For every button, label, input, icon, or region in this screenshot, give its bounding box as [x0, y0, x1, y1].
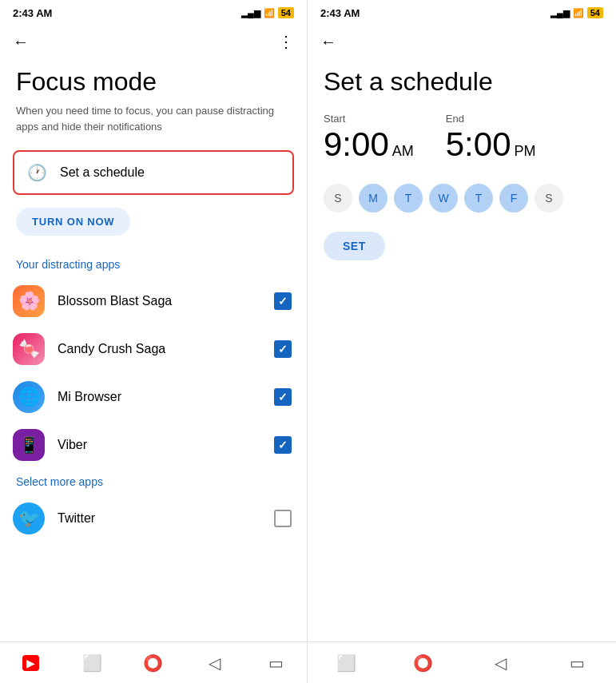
- day-thursday[interactable]: T: [464, 184, 493, 212]
- start-time-block[interactable]: Start 9:00 AM: [324, 113, 414, 161]
- rectangle-icon: ▭: [268, 653, 284, 673]
- day-tuesday[interactable]: T: [394, 184, 423, 212]
- right-status-bar: 2:43 AM ▂▄▆ 📶 54: [308, 0, 616, 22]
- left-top-nav: ← ⋮: [0, 22, 307, 61]
- youtube-icon: ▶: [22, 655, 39, 671]
- right-time: 2:43 AM: [320, 7, 360, 19]
- mi-browser-icon: 🌐: [13, 381, 45, 413]
- list-item: 🌸 Blossom Blast Saga: [0, 277, 307, 325]
- set-button[interactable]: SET: [324, 232, 385, 260]
- circle-icon: ⭕: [413, 653, 433, 673]
- list-item: 🌐 Mi Browser: [0, 373, 307, 421]
- battery-icon: 54: [587, 7, 603, 18]
- schedule-label: Set a schedule: [60, 165, 145, 180]
- candy-checkbox[interactable]: [272, 338, 294, 360]
- wifi-icon: 📶: [264, 8, 275, 18]
- distracting-apps-label: Your distracting apps: [0, 252, 307, 277]
- spacer: [308, 260, 616, 641]
- left-bottom-nav: ▶ ⬜ ⭕ ◁ ▭: [0, 641, 307, 683]
- blossom-checkbox[interactable]: [272, 290, 294, 312]
- app-name-twitter: Twitter: [58, 511, 272, 526]
- battery-icon: 54: [278, 7, 294, 18]
- right-panel: 2:43 AM ▂▄▆ 📶 54 ← Set a schedule Start …: [308, 0, 616, 683]
- set-schedule-row[interactable]: 🕐 Set a schedule: [13, 150, 294, 195]
- square-icon: ⬜: [82, 653, 102, 673]
- schedule-clock-icon: 🕐: [27, 163, 47, 182]
- recents-nav-item[interactable]: ▭: [260, 647, 292, 679]
- day-selector: S M T W T F S: [308, 177, 616, 232]
- end-time-number: 5:00: [446, 128, 511, 161]
- left-status-bar: 2:43 AM ▂▄▆ 📶 54: [0, 0, 307, 22]
- rectangle-icon: ▭: [570, 653, 585, 673]
- back-nav-item[interactable]: ◁: [484, 647, 516, 679]
- start-time-number: 9:00: [324, 128, 389, 161]
- left-status-icons: ▂▄▆ 📶 54: [241, 7, 294, 18]
- focus-mode-title: Focus mode: [0, 61, 307, 100]
- back-nav-item[interactable]: ◁: [199, 647, 231, 679]
- app-name-candy: Candy Crush Saga: [58, 342, 272, 356]
- left-panel: 2:43 AM ▂▄▆ 📶 54 ← ⋮ Focus mode When you…: [0, 0, 308, 683]
- app-list: 🌸 Blossom Blast Saga 🍬 Candy Crush Saga …: [0, 277, 307, 641]
- time-section: Start 9:00 AM End 5:00 PM: [308, 113, 616, 177]
- viber-icon: 📱: [13, 429, 45, 461]
- checked-icon: [274, 388, 292, 406]
- focus-mode-subtitle: When you need time to focus, you can pau…: [0, 100, 307, 147]
- end-time-block[interactable]: End 5:00 PM: [446, 113, 536, 161]
- back-icon: ◁: [495, 653, 507, 673]
- list-item: 🐦 Twitter: [0, 494, 307, 542]
- app-name-viber: Viber: [58, 438, 272, 452]
- start-ampm: AM: [392, 143, 414, 160]
- signal-icon: ▂▄▆: [550, 8, 570, 18]
- square-nav-item[interactable]: ⬜: [76, 647, 108, 679]
- start-time-value: 9:00 AM: [324, 128, 414, 161]
- twitter-icon: 🐦: [13, 502, 45, 534]
- unchecked-icon: [274, 510, 292, 527]
- list-item: 🍬 Candy Crush Saga: [0, 325, 307, 373]
- list-item: 📱 Viber: [0, 421, 307, 469]
- square-nav-item[interactable]: ⬜: [330, 647, 362, 679]
- end-time-value: 5:00 PM: [446, 128, 536, 161]
- right-status-icons: ▂▄▆ 📶 54: [550, 7, 603, 18]
- twitter-checkbox[interactable]: [272, 507, 294, 530]
- app-name-blossom: Blossom Blast Saga: [58, 294, 272, 308]
- checked-icon: [274, 292, 292, 310]
- right-bottom-nav: ⬜ ⭕ ◁ ▭: [308, 641, 616, 683]
- day-monday[interactable]: M: [359, 184, 387, 212]
- wifi-icon: 📶: [573, 8, 584, 18]
- day-friday[interactable]: F: [499, 184, 528, 212]
- checked-icon: [274, 340, 292, 358]
- end-ampm: PM: [515, 143, 536, 160]
- square-icon: ⬜: [336, 653, 356, 673]
- app-name-mi: Mi Browser: [58, 390, 272, 404]
- signal-icon: ▂▄▆: [241, 8, 260, 18]
- mi-checkbox[interactable]: [272, 386, 294, 408]
- circle-icon: ⭕: [143, 653, 163, 673]
- checked-icon: [274, 436, 292, 454]
- blossom-icon: 🌸: [13, 285, 45, 317]
- right-top-nav: ←: [308, 22, 616, 61]
- day-saturday[interactable]: S: [535, 184, 563, 212]
- start-label: Start: [324, 113, 414, 125]
- set-schedule-title: Set a schedule: [308, 61, 616, 113]
- left-back-button[interactable]: ←: [13, 33, 29, 51]
- home-nav-item[interactable]: ⭕: [137, 647, 169, 679]
- end-label: End: [446, 113, 536, 125]
- select-more-link[interactable]: Select more apps: [0, 469, 307, 494]
- viber-checkbox[interactable]: [272, 434, 294, 456]
- back-icon: ◁: [209, 653, 221, 673]
- candy-icon: 🍬: [13, 333, 45, 365]
- left-time: 2:43 AM: [13, 7, 52, 19]
- home-nav-item[interactable]: ⭕: [407, 647, 439, 679]
- youtube-nav-item[interactable]: ▶: [14, 647, 46, 679]
- day-wednesday[interactable]: W: [429, 184, 458, 212]
- left-more-button[interactable]: ⋮: [278, 32, 294, 51]
- turn-on-now-button[interactable]: TURN ON NOW: [16, 208, 130, 236]
- right-back-button[interactable]: ←: [320, 33, 336, 51]
- recents-nav-item[interactable]: ▭: [562, 647, 594, 679]
- day-sunday[interactable]: S: [324, 184, 352, 212]
